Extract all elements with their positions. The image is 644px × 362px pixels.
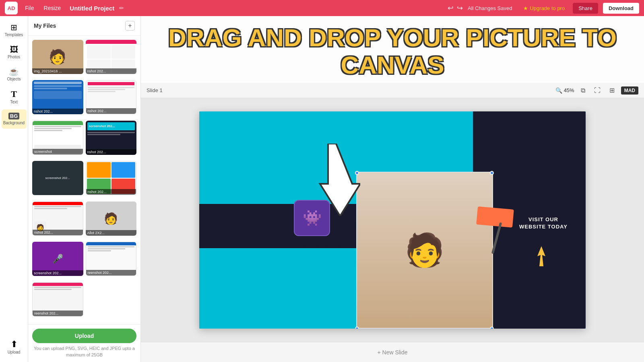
thumb-label-12: reenshot 202... (33, 311, 83, 316)
file-thumb-6[interactable]: screenshot 202... (32, 161, 83, 195)
thumb-label-1: nshot 202... (86, 68, 137, 74)
templates-icon: ⊞ (10, 23, 17, 31)
saved-status: All Changes Saved (468, 5, 512, 11)
file-thumb-4[interactable]: screenshot (32, 121, 83, 155)
canvas-handle-bl[interactable] (355, 327, 359, 329)
drag-drop-overlay: DRAG AND DROP YOUR PICTURE TO CANVAS (141, 16, 644, 83)
templates-label: Templates (5, 33, 23, 37)
upload-label: Upload (8, 350, 21, 355)
objects-icon: ☕ (9, 68, 19, 76)
upgrade-label: Upgrade to pro (530, 5, 565, 11)
canvas-person-image[interactable]: 🧑 (356, 172, 493, 329)
file-thumb-11[interactable]: reenshot 202... (86, 242, 137, 276)
topbar: AD File Resize Untitled Project ✏ ↩ ↪ Al… (0, 0, 644, 16)
canvas-toolbar: Slide 1 🔍 45% ⧉ ⛶ ⊞ MAD (141, 83, 644, 98)
files-panel: My Files + 🧑 img_20210416 ... nshot 202.… (28, 16, 141, 362)
thumb-label-5: nshot 202... (86, 149, 137, 155)
canvas-arrow (312, 144, 360, 216)
thumb-label-3: nshot 202... (86, 108, 136, 114)
background-icon: BG (8, 113, 20, 119)
objects-label: Objects (7, 77, 21, 82)
star-icon: ★ (523, 5, 528, 11)
menu-resize[interactable]: Resize (41, 4, 64, 12)
sidebar-item-templates[interactable]: ⊞ Templates (2, 20, 27, 41)
canvas-new-video-text: NEW VIDEO (300, 240, 354, 251)
file-thumb-9[interactable]: 🧑 Allot 2X2... (86, 202, 137, 236)
thumb-label-0: img_20210416 ... (32, 68, 83, 74)
thumb-label-10: screenshot 202... (32, 270, 83, 276)
drag-drop-text-line1: DRAG AND DROP YOUR PICTURE TO (153, 24, 632, 51)
file-thumb-8[interactable]: 🧑 nshot 202... (32, 202, 83, 236)
file-thumb-0[interactable]: 🧑 img_20210416 ... (32, 40, 83, 74)
thumb-label-2: nshot 202... (32, 109, 83, 114)
edit-icon[interactable]: ✏ (119, 5, 124, 11)
text-label: Text (10, 100, 17, 105)
canvas-area: DRAG AND DROP YOUR PICTURE TO CANVAS Sli… (141, 16, 644, 362)
background-label: Background (3, 121, 25, 125)
slide-label: Slide 1 (147, 87, 163, 93)
text-icon: T (11, 90, 17, 99)
thumb-label-8: nshot 202... (33, 230, 83, 235)
photos-icon: 🖼 (10, 45, 18, 53)
file-thumb-2[interactable]: nshot 202... (32, 80, 83, 114)
thumb-label-9: Allot 2X2... (86, 230, 137, 236)
thumb-label-6-text: screenshot 202... (44, 175, 72, 181)
menu-file[interactable]: File (23, 4, 37, 12)
file-thumb-12[interactable]: reenshot 202... (32, 282, 83, 317)
thumb-label-11: reenshot 202... (86, 270, 136, 276)
file-thumb-10[interactable]: 🎤 screenshot 202... (32, 242, 83, 276)
canvas-handle-br[interactable] (490, 327, 494, 329)
new-slide-button[interactable]: + New Slide (377, 349, 407, 356)
redo-button[interactable]: ↪ (457, 4, 463, 12)
file-thumb-5[interactable]: screenshot 202... nshot 202... (86, 121, 137, 155)
sidebar-item-objects[interactable]: ☕ Objects (2, 64, 27, 85)
main-layout: ⊞ Templates 🖼 Photos ☕ Objects T Text BG… (0, 16, 644, 362)
copy-slide-button[interactable]: ⧉ (578, 86, 588, 95)
sidebar-item-photos[interactable]: 🖼 Photos (2, 42, 27, 63)
sidebar-item-text[interactable]: T Text (2, 86, 27, 108)
mad-badge: MAD (621, 86, 638, 95)
thumb-label-4: screenshot (33, 149, 83, 154)
files-panel-header: My Files + (28, 16, 140, 36)
file-thumb-7[interactable]: nshot 202... (86, 161, 137, 195)
files-grid: 🧑 img_20210416 ... nshot 202... (28, 36, 140, 324)
sidebar-item-background[interactable]: BG Background (2, 109, 27, 129)
upload-hint: You can upload PNG, SVG, HEIC and JPEG u… (32, 346, 136, 358)
upload-button[interactable]: Upload (32, 329, 136, 343)
canvas-wrapper[interactable]: 🧑 👾 NEW VIDEO (141, 98, 644, 342)
new-slide-bar[interactable]: + New Slide (141, 342, 644, 362)
sidebar-item-upload[interactable]: ⬆ Upload (2, 337, 27, 358)
upgrade-button[interactable]: ★ Upgrade to pro (520, 4, 568, 13)
upload-section: Upload You can upload PNG, SVG, HEIC and… (28, 324, 140, 362)
share-button[interactable]: Share (573, 3, 598, 14)
canvas-yellow-arrow (533, 246, 549, 268)
app-logo[interactable]: AD (5, 2, 18, 14)
undo-button[interactable]: ↩ (448, 4, 454, 12)
my-files-title: My Files (34, 23, 56, 29)
thumb-label-7: nshot 202... (86, 189, 136, 195)
drag-drop-text-line2: CANVAS (153, 51, 632, 79)
expand-button[interactable]: ⊞ (607, 85, 617, 95)
fullscreen-button[interactable]: ⛶ (592, 86, 603, 95)
add-file-button[interactable]: + (125, 21, 135, 31)
zoom-icon: 🔍 (555, 87, 562, 94)
download-button[interactable]: Download (603, 3, 639, 14)
zoom-controls: 🔍 45% (555, 87, 574, 94)
canvas-visit-text: VISIT OURWEBSITE TODAY (505, 216, 582, 230)
undo-redo-group: ↩ ↪ (448, 4, 463, 12)
canvas-stage[interactable]: 🧑 👾 NEW VIDEO (199, 111, 586, 329)
project-title[interactable]: Untitled Project (70, 5, 114, 12)
sidebar-icons: ⊞ Templates 🖼 Photos ☕ Objects T Text BG… (0, 16, 28, 362)
file-thumb-1[interactable]: nshot 202... (86, 40, 137, 74)
upload-icon: ⬆ (10, 340, 18, 349)
zoom-value: 45% (564, 87, 574, 93)
file-thumb-3[interactable]: nshot 202... (86, 80, 137, 114)
photos-label: Photos (8, 55, 20, 60)
